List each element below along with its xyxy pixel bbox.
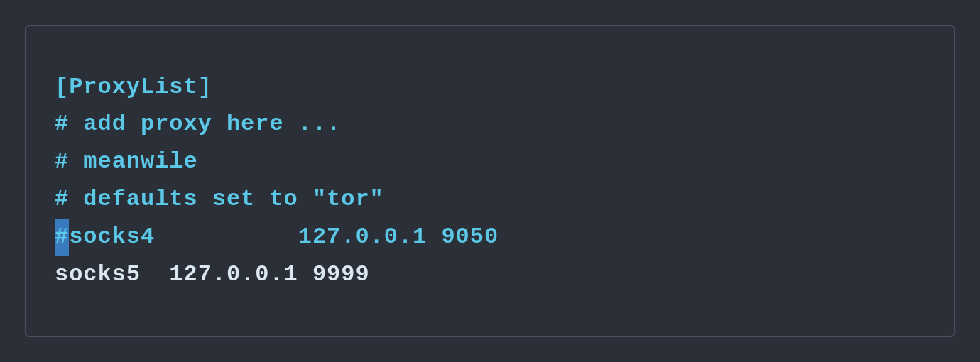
- line-proxylist: [ProxyList]: [55, 69, 925, 106]
- proxylist-text: [ProxyList]: [55, 69, 212, 106]
- line-defaults: # defaults set to "tor": [55, 181, 925, 219]
- line-meanwile: # meanwile: [55, 143, 925, 181]
- add-proxy-text: # add proxy here ...: [55, 106, 341, 143]
- socks4-text: socks4 127.0.0.1 9050: [69, 219, 499, 256]
- line-socks5: socks5 127.0.0.1 9999: [55, 256, 925, 294]
- line-socks4: #socks4 127.0.0.1 9050: [55, 219, 925, 256]
- line-add-proxy: # add proxy here ...: [55, 106, 925, 143]
- defaults-text: # defaults set to "tor": [55, 181, 384, 219]
- meanwile-text: # meanwile: [55, 143, 198, 181]
- terminal-window: [ProxyList] # add proxy here ... # meanw…: [25, 25, 955, 337]
- hash-highlight-symbol: #: [55, 219, 69, 256]
- socks5-text: socks5 127.0.0.1 9999: [55, 256, 370, 294]
- code-block: [ProxyList] # add proxy here ... # meanw…: [55, 69, 925, 294]
